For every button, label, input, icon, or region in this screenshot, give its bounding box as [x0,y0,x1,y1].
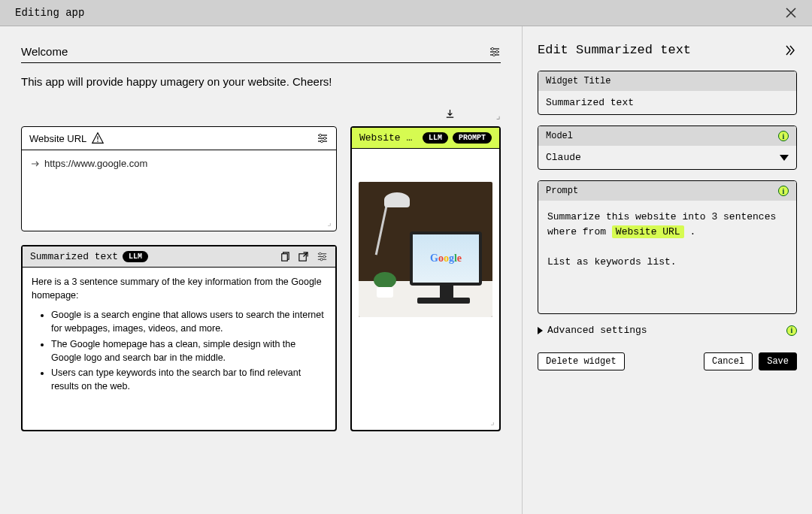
chevron-right-icon [538,327,543,334]
llm-badge: LLM [423,132,448,144]
website-url-widget[interactable]: Website URL https://www.google.com ⌟ [21,126,337,231]
svg-point-1 [495,50,498,53]
field-label: Widget Title [546,76,611,86]
advanced-settings-label: Advanced settings [547,325,647,336]
prompt-text: . [689,226,695,237]
website-image-widget[interactable]: Website Im… LLM PROMPT [350,126,501,431]
svg-point-2 [492,53,495,56]
app-description[interactable]: This app will provide happy umagery on y… [21,75,501,88]
prompt-editor[interactable]: Summarize this website into 3 sentences … [538,201,796,313]
svg-rect-8 [282,254,288,261]
svg-point-6 [323,137,326,139]
prompt-text: List as keywords list. [547,256,677,268]
arrow-right-icon [31,159,40,168]
svg-point-10 [319,252,321,255]
list-item: Google is a search engine that allows us… [51,308,326,335]
svg-point-5 [319,134,321,136]
svg-point-4 [98,141,99,142]
llm-badge: LLM [123,251,148,262]
widget-title: Summarized text [30,251,118,262]
settings-sliders-icon[interactable] [489,46,501,58]
copy-icon[interactable] [279,251,290,262]
widget-title: Website Im… [359,132,418,144]
chevron-down-icon [780,155,789,161]
svg-point-7 [320,140,323,142]
model-select[interactable]: Claude [538,146,796,169]
page-mode-title: Editing app [15,7,84,19]
panel-title: Edit Summarized text [538,43,691,57]
prompt-field: Prompt i Summarize this website into 3 s… [538,180,797,314]
delete-widget-button[interactable]: Delete widget [538,352,625,370]
summarized-text-widget[interactable]: Summarized text LLM Here is a 3 sentence… [21,245,337,431]
widget-settings-icon[interactable] [317,132,329,144]
open-external-icon[interactable] [298,251,309,262]
top-bar: Editing app [0,0,812,26]
prompt-badge: PROMPT [453,132,492,144]
resize-handle-icon[interactable]: ⌟ [489,417,495,427]
close-icon[interactable] [785,7,797,19]
warning-triangle-icon [91,132,105,145]
svg-point-11 [323,255,326,258]
url-value-text: https://www.google.com [44,158,147,169]
download-icon[interactable] [444,108,456,119]
editor-canvas: Welcome This app will provide happy umag… [0,26,523,514]
widget-title-field: Widget Title [538,71,797,115]
info-icon[interactable]: i [778,131,789,141]
widget-title: Website URL [29,133,86,144]
generated-image: Google [359,182,492,317]
svg-point-12 [320,259,323,261]
app-title-input[interactable]: Welcome [21,45,68,58]
resize-handle-icon[interactable]: ⌟ [326,218,332,228]
collapse-panel-icon[interactable] [783,44,797,57]
variable-chip-website-url[interactable]: Website URL [612,225,684,238]
summary-bullets: Google is a search engine that allows us… [32,308,326,393]
field-label: Prompt [546,186,578,196]
list-item: The Google homepage has a clean, simple … [51,337,326,364]
resize-handle-icon[interactable]: ⌟ [21,110,501,122]
model-value: Claude [546,152,581,163]
advanced-settings-toggle[interactable]: Advanced settings [538,325,647,336]
cancel-button[interactable]: Cancel [704,352,753,370]
info-icon[interactable]: i [786,325,797,336]
summary-output: Here is a 3 sentence summary of the key … [23,268,335,430]
model-field: Model i Claude [538,125,797,170]
summary-intro: Here is a 3 sentence summary of the key … [32,275,326,302]
svg-point-0 [491,47,493,50]
edit-widget-panel: Edit Summarized text Widget Title Model … [523,26,812,514]
url-input[interactable]: https://www.google.com [31,158,327,169]
field-label: Model [546,131,573,141]
widget-settings-icon[interactable] [317,251,328,262]
save-button[interactable]: Save [759,352,797,370]
widget-title-input[interactable] [546,97,789,108]
list-item: Users can type keywords into the search … [51,366,326,393]
info-icon[interactable]: i [778,186,789,196]
